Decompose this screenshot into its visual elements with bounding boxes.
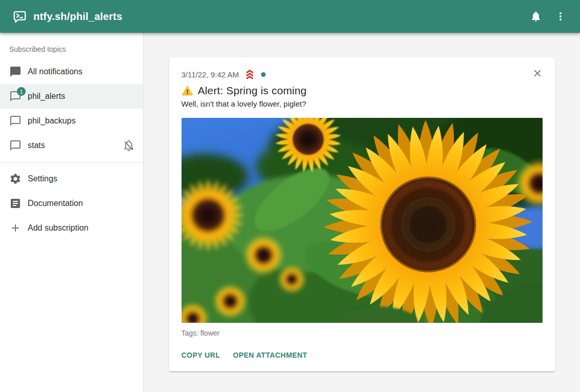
close-icon — [532, 68, 543, 79]
app-logo-icon — [13, 10, 27, 24]
open-attachment-button[interactable]: OPEN ATTACHMENT — [229, 348, 311, 362]
unread-count-badge: 1 — [17, 87, 26, 96]
notification-body: Well, isn't that a lovely flower, piglet… — [182, 99, 543, 108]
sidebar-item-label: phil_alerts — [28, 92, 65, 101]
article-icon — [9, 197, 22, 210]
sidebar-subheader: Subscribed topics — [0, 37, 143, 59]
bell-off-icon — [123, 139, 135, 152]
notification-title: Alert: Spring is coming — [198, 85, 307, 97]
close-notification-button[interactable] — [530, 67, 545, 81]
notification-tags: Tags: flower — [182, 329, 543, 337]
sidebar-divider — [0, 162, 143, 162]
sidebar-item-add-subscription[interactable]: Add subscription — [0, 216, 143, 240]
sidebar-item-all-notifications[interactable]: All notifications — [0, 59, 143, 84]
chat-bubble-outline-icon — [9, 139, 22, 152]
sidebar-item-label: Add subscription — [28, 223, 88, 233]
notification-card: 3/11/22, 9:42 AM — [169, 57, 555, 372]
chat-bubble-outline-icon: 1 — [9, 90, 22, 102]
chat-bubble-filled-icon — [9, 66, 22, 78]
sidebar-item-label: Documentation — [28, 199, 83, 208]
chat-bubble-outline-icon — [9, 115, 22, 127]
notification-actions: COPY URL OPEN ATTACHMENT — [177, 348, 543, 362]
app-bar: ntfy.sh/phil_alerts — [0, 0, 580, 33]
sidebar-item-label: stats — [28, 141, 45, 150]
warning-triangle-icon — [182, 85, 193, 97]
sidebar-item-phil-alerts[interactable]: 1 phil_alerts — [0, 84, 143, 109]
unread-dot-icon — [261, 72, 266, 77]
overflow-menu-button[interactable] — [548, 4, 573, 29]
notification-title-row: Alert: Spring is coming — [182, 85, 543, 97]
sidebar: Subscribed topics All notifications 1 ph… — [0, 33, 144, 392]
sidebar-item-stats[interactable]: stats — [0, 133, 143, 158]
notification-meta: 3/11/22, 9:42 AM — [182, 69, 266, 80]
plus-icon — [9, 222, 22, 234]
sidebar-item-documentation[interactable]: Documentation — [0, 191, 143, 216]
gear-icon — [9, 173, 22, 185]
notifications-bell-button[interactable] — [524, 4, 548, 29]
sidebar-item-label: phil_backups — [28, 116, 75, 126]
notification-attachment-image[interactable] — [182, 118, 543, 323]
sidebar-item-phil-backups[interactable]: phil_backups — [0, 109, 143, 133]
sidebar-item-label: All notifications — [28, 67, 83, 76]
app-title: ntfy.sh/phil_alerts — [33, 11, 122, 23]
copy-url-button[interactable]: COPY URL — [177, 348, 225, 362]
notification-timestamp: 3/11/22, 9:42 AM — [182, 70, 239, 79]
sidebar-item-settings[interactable]: Settings — [0, 167, 143, 191]
kebab-menu-icon — [554, 10, 567, 23]
bell-icon — [530, 10, 542, 23]
sidebar-item-label: Settings — [28, 174, 57, 183]
main-content: 3/11/22, 9:42 AM — [144, 33, 580, 392]
priority-max-icon — [244, 69, 255, 80]
